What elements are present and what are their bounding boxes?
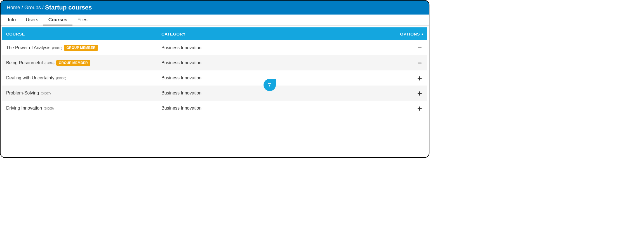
cell-options: − xyxy=(390,59,423,67)
cell-category: Business Innovation xyxy=(161,106,390,111)
course-code: (BI007) xyxy=(40,92,51,95)
course-code: (BI005) xyxy=(43,107,54,110)
remove-course-button[interactable]: − xyxy=(416,44,423,51)
cell-category: Business Innovation xyxy=(161,91,390,96)
app-frame: Home / Groups / Startup courses Info Use… xyxy=(0,0,429,158)
tab-bar: Info Users Courses Files xyxy=(1,15,429,26)
course-title[interactable]: Problem-Solving xyxy=(6,91,39,95)
cell-options: − xyxy=(390,44,423,51)
course-title[interactable]: Driving Innovation xyxy=(6,106,42,110)
cell-course: Being Resourceful (BI009)GROUP MEMBER xyxy=(6,60,161,66)
cell-course: Dealing with Uncertainty (BI008) xyxy=(6,75,161,80)
course-code: (BI008) xyxy=(55,77,66,80)
breadcrumb-current: Startup courses xyxy=(45,4,92,11)
course-title[interactable]: Being Resourceful xyxy=(6,60,43,65)
course-title[interactable]: The Power of Analysis xyxy=(6,45,50,50)
course-code: (BI009) xyxy=(44,61,55,65)
tab-courses[interactable]: Courses xyxy=(43,14,72,25)
cell-course: Driving Innovation (BI005) xyxy=(6,106,161,111)
course-title[interactable]: Dealing with Uncertainty xyxy=(6,75,55,80)
remove-course-button[interactable]: − xyxy=(416,59,423,67)
table-row: Dealing with Uncertainty (BI008)Business… xyxy=(2,70,427,86)
course-code: (BI010) xyxy=(51,46,62,50)
table-row: The Power of Analysis (BI010)GROUP MEMBE… xyxy=(2,40,427,55)
cell-category: Business Innovation xyxy=(161,60,390,65)
breadcrumb-bar: Home / Groups / Startup courses xyxy=(1,1,429,15)
cell-options: ＋ xyxy=(390,89,423,97)
cell-course: The Power of Analysis (BI010)GROUP MEMBE… xyxy=(6,45,161,51)
sort-caret-icon: ▴ xyxy=(422,32,423,36)
tab-users[interactable]: Users xyxy=(21,14,43,25)
table-row: Problem-Solving (BI007)Business Innovati… xyxy=(2,86,427,101)
breadcrumb-sep: / xyxy=(22,5,23,11)
tab-files[interactable]: Files xyxy=(72,14,93,25)
add-course-button[interactable]: ＋ xyxy=(416,89,423,97)
header-options-label: OPTIONS xyxy=(400,32,420,36)
breadcrumb-groups[interactable]: Groups xyxy=(24,5,41,11)
add-course-button[interactable]: ＋ xyxy=(416,105,423,112)
table-row: Driving Innovation (BI005)Business Innov… xyxy=(2,101,427,116)
header-options[interactable]: OPTIONS ▴ xyxy=(390,32,423,36)
courses-table: COURSE CATEGORY OPTIONS ▴ The Power of A… xyxy=(1,26,429,116)
breadcrumb-sep: / xyxy=(42,5,44,11)
breadcrumb-home[interactable]: Home xyxy=(7,5,20,11)
cell-category: Business Innovation xyxy=(161,75,390,80)
table-row: Being Resourceful (BI009)GROUP MEMBERBus… xyxy=(2,55,427,70)
cell-category: Business Innovation xyxy=(161,45,390,50)
cell-course: Problem-Solving (BI007) xyxy=(6,91,161,96)
header-category[interactable]: CATEGORY xyxy=(161,32,390,36)
table-header-row: COURSE CATEGORY OPTIONS ▴ xyxy=(2,27,427,40)
add-course-button[interactable]: ＋ xyxy=(416,74,423,82)
group-member-badge: GROUP MEMBER xyxy=(56,60,90,66)
cell-options: ＋ xyxy=(390,105,423,112)
cell-options: ＋ xyxy=(390,74,423,82)
tab-info[interactable]: Info xyxy=(3,14,21,25)
header-course[interactable]: COURSE xyxy=(6,32,161,36)
group-member-badge: GROUP MEMBER xyxy=(64,45,98,51)
